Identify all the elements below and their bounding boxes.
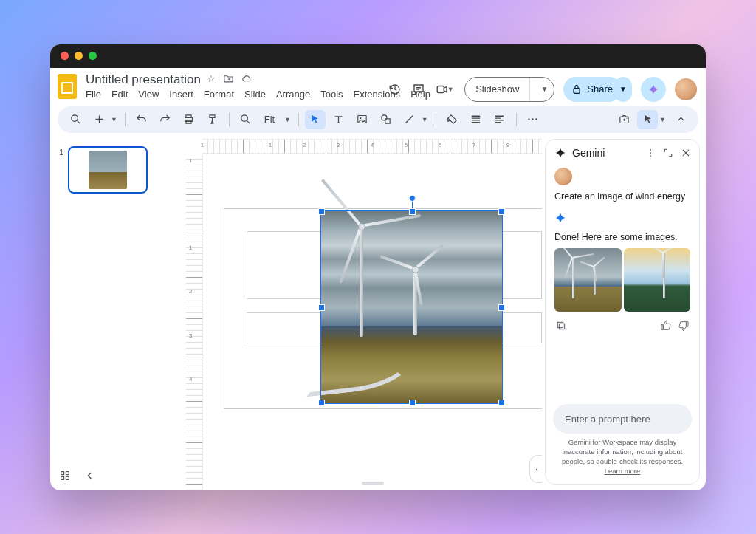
align-button[interactable] bbox=[466, 110, 487, 129]
new-slide-button[interactable] bbox=[89, 110, 109, 129]
svg-point-6 bbox=[382, 115, 387, 120]
thumbs-up-icon[interactable] bbox=[659, 319, 673, 332]
thumbnail-rail: 1 bbox=[50, 139, 186, 490]
svg-rect-16 bbox=[66, 476, 69, 479]
svg-point-8 bbox=[529, 118, 530, 120]
more-button[interactable] bbox=[523, 110, 543, 129]
svg-point-12 bbox=[626, 117, 627, 118]
vertical-ruler[interactable]: 1 1 2 3 4 bbox=[186, 154, 203, 490]
pointer-dropdown[interactable]: ▼ bbox=[659, 116, 667, 123]
generated-image-2[interactable] bbox=[624, 248, 691, 312]
star-icon[interactable]: ☆ bbox=[207, 73, 216, 86]
pointer-button[interactable] bbox=[637, 110, 658, 129]
svg-point-2 bbox=[71, 115, 78, 122]
collapse-toolbar-button[interactable] bbox=[670, 110, 691, 129]
collapse-rail-button[interactable] bbox=[84, 470, 96, 485]
comment-button[interactable] bbox=[442, 110, 463, 129]
paint-format-button[interactable] bbox=[202, 110, 223, 129]
line-button[interactable] bbox=[399, 110, 420, 129]
generated-image-1[interactable] bbox=[554, 248, 622, 312]
window-close-button[interactable] bbox=[61, 52, 69, 60]
share-dropdown[interactable]: ▼ bbox=[614, 77, 632, 102]
resize-handle-t[interactable] bbox=[409, 208, 416, 215]
svg-rect-0 bbox=[437, 86, 444, 92]
resize-handle-r[interactable] bbox=[498, 304, 505, 311]
print-button[interactable] bbox=[179, 110, 199, 129]
thumbs-down-icon[interactable] bbox=[677, 319, 690, 332]
user-prompt-text: Create an image of wind energy bbox=[554, 191, 690, 202]
menu-view[interactable]: View bbox=[138, 89, 159, 100]
menu-insert[interactable]: Insert bbox=[169, 89, 193, 100]
document-title[interactable]: Untitled presentation bbox=[86, 72, 201, 87]
line-spacing-button[interactable] bbox=[489, 110, 510, 129]
slideshow-button[interactable]: Slideshow ▼ bbox=[464, 77, 554, 102]
select-tool[interactable] bbox=[305, 110, 326, 129]
horizontal-ruler[interactable]: 1 1 2 3 4 5 6 7 8 bbox=[202, 139, 542, 154]
svg-point-5 bbox=[360, 117, 362, 119]
text-box-button[interactable] bbox=[329, 110, 349, 129]
resize-handle-br[interactable] bbox=[498, 400, 505, 406]
svg-point-3 bbox=[241, 115, 248, 122]
account-avatar[interactable] bbox=[675, 78, 697, 100]
resize-handle-l[interactable] bbox=[318, 304, 325, 311]
prompt-placeholder: Enter a prompt here bbox=[565, 414, 650, 425]
menu-edit[interactable]: Edit bbox=[111, 89, 128, 100]
comments-icon[interactable] bbox=[411, 82, 426, 97]
panel-expand-icon[interactable] bbox=[662, 147, 674, 159]
slide-canvas[interactable]: ‹ bbox=[203, 154, 542, 490]
selected-image[interactable] bbox=[321, 211, 502, 403]
menu-slide[interactable]: Slide bbox=[244, 89, 266, 100]
search-menu-button[interactable] bbox=[65, 110, 86, 129]
zoom-level[interactable]: Fit bbox=[259, 110, 283, 129]
side-panel-toggle[interactable]: ‹ bbox=[529, 455, 542, 483]
svg-rect-15 bbox=[61, 476, 64, 479]
window-minimize-button[interactable] bbox=[75, 52, 83, 60]
line-dropdown[interactable]: ▼ bbox=[422, 116, 430, 123]
svg-rect-1 bbox=[574, 88, 580, 93]
resize-handle-bl[interactable] bbox=[318, 400, 325, 406]
redo-button[interactable] bbox=[155, 110, 176, 129]
window-zoom-button[interactable] bbox=[89, 52, 97, 60]
gemini-response-icon bbox=[554, 212, 566, 224]
menu-format[interactable]: Format bbox=[204, 89, 234, 100]
history-icon[interactable] bbox=[388, 82, 402, 97]
grid-view-button[interactable] bbox=[59, 470, 71, 485]
resize-handle-tr[interactable] bbox=[498, 208, 505, 215]
slide-thumbnail-1[interactable] bbox=[68, 146, 148, 194]
gemini-button[interactable] bbox=[641, 77, 666, 102]
undo-button[interactable] bbox=[131, 110, 152, 129]
panel-close-icon[interactable] bbox=[680, 147, 692, 159]
lock-icon bbox=[571, 83, 583, 95]
rotate-handle[interactable] bbox=[409, 195, 416, 202]
share-button[interactable]: Share bbox=[563, 77, 622, 102]
menu-tools[interactable]: Tools bbox=[320, 89, 343, 100]
toolbar: ▼ Fit ▼ ▼ bbox=[58, 106, 698, 133]
gemini-title: Gemini bbox=[572, 147, 605, 159]
gemini-response-text: Done! Here are some images. bbox=[554, 232, 690, 242]
zoom-button[interactable] bbox=[236, 110, 256, 129]
resize-handle-tl[interactable] bbox=[318, 208, 325, 215]
camera-button[interactable] bbox=[614, 110, 634, 129]
svg-point-18 bbox=[650, 152, 651, 154]
svg-point-9 bbox=[532, 118, 534, 120]
speaker-notes-grip[interactable] bbox=[362, 482, 384, 485]
slide-number: 1 bbox=[58, 148, 63, 194]
meet-icon[interactable]: ▼ bbox=[435, 82, 456, 97]
gemini-spark-icon bbox=[554, 147, 566, 159]
shape-button[interactable] bbox=[376, 110, 396, 129]
slideshow-dropdown[interactable]: ▼ bbox=[535, 85, 554, 93]
menu-arrange[interactable]: Arrange bbox=[276, 89, 310, 100]
gemini-prompt-input[interactable]: Enter a prompt here bbox=[553, 404, 692, 434]
zoom-dropdown[interactable]: ▼ bbox=[284, 116, 292, 123]
svg-rect-21 bbox=[557, 322, 563, 327]
cloud-status-icon[interactable] bbox=[241, 73, 252, 86]
move-folder-icon[interactable] bbox=[223, 73, 234, 86]
panel-more-icon[interactable] bbox=[645, 147, 656, 159]
image-button[interactable] bbox=[352, 110, 373, 129]
learn-more-link[interactable]: Learn more bbox=[605, 467, 641, 475]
copy-images-icon[interactable] bbox=[554, 319, 568, 332]
resize-handle-b[interactable] bbox=[409, 400, 416, 406]
menu-file[interactable]: File bbox=[86, 89, 101, 100]
new-slide-dropdown[interactable]: ▼ bbox=[111, 116, 119, 123]
slides-logo-icon[interactable] bbox=[58, 74, 78, 99]
